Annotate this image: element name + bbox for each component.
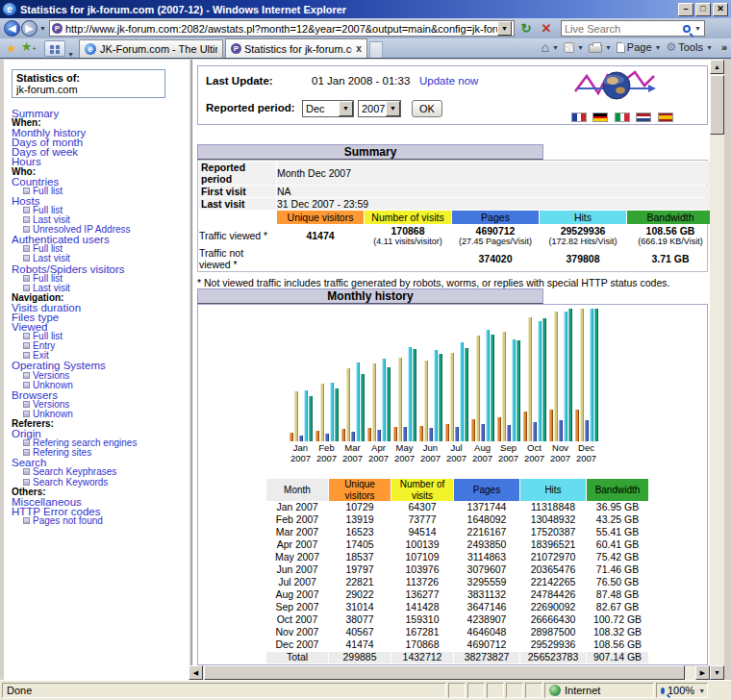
search-magnifier-icon[interactable] [683, 25, 691, 33]
chart-month-label: Mar2007 [340, 443, 366, 463]
monthly-history-chart [290, 307, 601, 441]
monthly-cell: 41474 [329, 639, 391, 651]
new-tab-stub[interactable] [369, 41, 383, 58]
summary-info-row: Reported period Month Dec 2007 [199, 162, 710, 185]
home-icon[interactable]: ⌂ [542, 39, 549, 55]
favorites-center-button[interactable]: ★ [6, 40, 17, 58]
address-bar[interactable]: P ▼ [49, 20, 515, 37]
gear-icon[interactable]: ⚙ [666, 40, 676, 54]
forward-button[interactable]: ▶ [21, 20, 38, 37]
scroll-right-icon[interactable]: ▶ [695, 665, 710, 680]
add-favorite-button[interactable]: ★+ [21, 38, 37, 58]
address-dropdown-button[interactable]: ▼ [497, 21, 512, 36]
feeds-icon[interactable] [564, 42, 574, 53]
search-input[interactable] [565, 23, 683, 35]
tools-menu-label[interactable]: Tools [678, 41, 703, 53]
monthly-cell: 76.50 GB [587, 577, 648, 588]
feeds-dropdown-icon[interactable]: ▼ [577, 44, 584, 51]
summary-header-bandwidth: Bandwidth [627, 211, 710, 224]
site-box: Statistics of: jk-forum.com [12, 69, 165, 98]
tab-list-dropdown[interactable]: ▼ [67, 51, 74, 58]
summary-viewed-value: 170868(4.11 visits/visitor) [365, 225, 451, 246]
scroll-left-icon[interactable]: ◀ [189, 665, 203, 680]
sidebar-item-pages-not-found[interactable]: Pages not found [12, 516, 189, 526]
refresh-button[interactable]: ↻ [517, 20, 535, 38]
monthly-cell: 17405 [329, 539, 391, 551]
year-select[interactable]: 2007 ▼ [358, 100, 401, 117]
summary-info-row: Last visit 31 Dec 2007 - 23:59 [199, 198, 710, 210]
tab-close-icon[interactable]: x [356, 43, 362, 54]
sublist-icon [23, 517, 30, 524]
sublist-icon [23, 401, 30, 408]
vertical-scroll-thumb[interactable] [710, 75, 724, 135]
year-select-arrow-icon[interactable]: ▼ [386, 101, 400, 116]
monthly-cell: Apr 2007 [266, 539, 328, 551]
more-toolbar-chevron[interactable]: » [721, 41, 727, 53]
summary-not-viewed-value [277, 247, 364, 270]
history-dropdown-icon[interactable]: ▼ [39, 25, 46, 32]
sublist-icon [23, 342, 30, 349]
chart-bar-group [393, 347, 416, 441]
sublist-icon [23, 207, 30, 213]
month-select[interactable]: Dec ▼ [302, 100, 354, 117]
flag-nl-icon[interactable] [636, 112, 651, 122]
bar-hits [408, 347, 412, 441]
tab-jk-forum[interactable]: e JK-Forum.com - The Ultimate... [79, 39, 223, 58]
horizontal-scroll-thumb[interactable] [204, 665, 685, 680]
monthly-table-row: Aug 20072902213627738311322478442687.48 … [266, 589, 648, 601]
horizontal-scrollbar[interactable]: ◀ ▶ [189, 665, 710, 680]
monthly-cell: 22142265 [520, 577, 586, 588]
flag-es-icon[interactable] [658, 112, 673, 122]
scroll-up-icon[interactable]: ▲ [710, 60, 724, 74]
reported-period-row-value: Month Dec 2007 [277, 162, 710, 185]
monthly-cell: 26666430 [520, 614, 586, 626]
ok-button[interactable]: OK [412, 100, 442, 117]
sublist-icon [23, 352, 30, 359]
zone-label: Internet [565, 685, 600, 696]
scroll-down-icon[interactable]: ▼ [710, 665, 724, 680]
monthly-cell: Oct 2007 [266, 614, 328, 626]
status-segment [525, 683, 542, 698]
tools-dropdown-icon[interactable]: ▼ [706, 44, 713, 51]
flag-fr-icon[interactable] [571, 112, 587, 122]
bar-hits [538, 321, 542, 441]
flag-it-icon[interactable] [615, 112, 630, 122]
close-button[interactable]: ✕ [713, 3, 728, 16]
address-input[interactable] [65, 22, 497, 35]
sublist-icon [23, 226, 30, 233]
monthly-cell: Mar 2007 [266, 527, 328, 538]
sidebar-item-hours[interactable]: Hours [12, 157, 189, 166]
print-icon[interactable] [589, 44, 602, 53]
search-box[interactable]: ▼ [561, 20, 705, 37]
sidebar-item-last-visit[interactable]: Last visit [12, 254, 189, 263]
bar-hits [564, 312, 567, 441]
summary-header-unique-visitors: Unique visitors [277, 211, 364, 224]
quick-tabs-button[interactable] [44, 40, 65, 57]
summary-header-hits: Hits [540, 211, 626, 224]
home-dropdown-icon[interactable]: ▼ [552, 44, 559, 51]
monthly-cell: 3295559 [454, 577, 519, 588]
flag-de-icon[interactable] [592, 112, 608, 122]
stop-button[interactable]: ✕ [538, 20, 555, 38]
print-dropdown-icon[interactable]: ▼ [605, 44, 612, 51]
monthly-cell: 3647146 [454, 602, 519, 613]
page-menu-label[interactable]: Page [627, 41, 652, 53]
chart-bar-group [419, 350, 442, 441]
tab-statistics[interactable]: P Statistics for jk-forum.co... x [225, 38, 367, 58]
minimize-button[interactable]: – [678, 3, 693, 16]
page-dropdown-icon[interactable]: ▼ [655, 44, 662, 51]
monthly-cell: 11318848 [520, 502, 586, 513]
summary-not-viewed-value: 3.71 GB [627, 247, 710, 270]
page-menu-icon[interactable] [617, 42, 625, 53]
awstats-logo-icon[interactable] [571, 68, 658, 105]
zoom-magnifier-icon [661, 688, 665, 694]
maximize-button[interactable]: □ [695, 3, 711, 16]
search-dropdown-icon[interactable]: ▼ [694, 25, 701, 32]
sublist-icon [23, 285, 30, 291]
back-button[interactable]: ◀ [4, 20, 20, 37]
month-select-arrow-icon[interactable]: ▼ [339, 101, 353, 116]
zoom-dropdown-icon[interactable]: ▼ [698, 688, 705, 694]
update-now-link[interactable]: Update now [419, 75, 478, 87]
zoom-control[interactable]: 100% ▼ [656, 683, 708, 698]
vertical-scrollbar[interactable]: ▲ ▼ [710, 60, 724, 680]
